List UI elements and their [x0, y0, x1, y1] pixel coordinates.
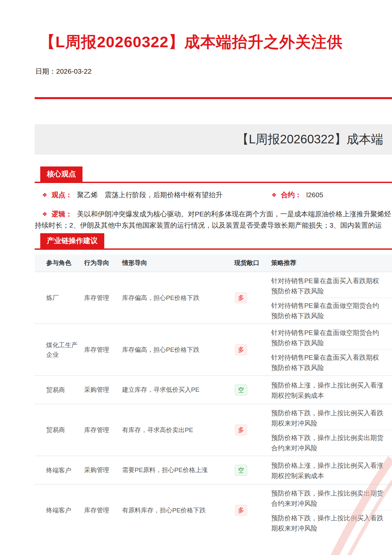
- strategy-line: 针对待销售PE量在盘面做空期货合约: [271, 301, 392, 311]
- strategy-item: 预防价格下跌，操作上按比例卖出期货合约来对冲风险: [263, 486, 392, 510]
- divider-rule: [35, 97, 392, 99]
- chain-section-header: 产业链操作建议: [35, 233, 392, 250]
- table-row: 贸易商库存管理有库存，寻求高价卖出PE多预防价格下跌，操作上按比例买入看跌期权来…: [35, 404, 392, 456]
- strategy-line: 合约来对冲风险: [271, 443, 392, 453]
- strategy-line: 预防价格上涨，操作上按比例买入看涨: [271, 380, 392, 390]
- exposure-cell: 多: [226, 344, 263, 355]
- core-section-header: 核心观点: [35, 166, 392, 183]
- exposure-cell: 多: [226, 505, 263, 516]
- situation-cell: 有原料库存，担心PE价格下跌: [122, 506, 226, 515]
- exposure-badge: 多: [235, 505, 247, 516]
- role-cell: 贸易商: [35, 425, 84, 435]
- exposure-cell: 多: [226, 292, 263, 303]
- strategy-line: 针对待销售PE量在盘面买入看跌期权: [271, 276, 392, 286]
- exposure-badge: 多: [235, 344, 247, 355]
- role-cell: 煤化工生产企业: [35, 340, 84, 359]
- operation-table: 参与角色行为导向情形导向现货敞口策略推荐 炼厂库存管理库存偏高，担心PE价格下跌…: [35, 254, 392, 536]
- logic-text-1: 美以和伊朗冲突爆发成为核心驱动。对PE的利多体现在两个方面，一是成本端原油价格上…: [77, 210, 391, 218]
- strategy-item: 预防价格下跌，操作上按比例卖出期货合约来对冲风险: [263, 430, 392, 455]
- strategy-cell: 预防价格下跌，操作上按比例买入看跌期权来对冲风险预防价格下跌，操作上按比例卖出期…: [263, 404, 392, 456]
- strategy-line: 针对待销售PE量在盘面做空期货合约: [271, 328, 392, 338]
- role-cell: 终端客户: [35, 465, 84, 475]
- strategy-line: 针对待销售PE量在盘面买入看跌期权: [271, 352, 392, 363]
- strategy-item: 预防价格上涨，操作上按比例买入看涨期权控制采购成本: [263, 458, 392, 482]
- situation-cell: 有库存，寻求高价卖出PE: [122, 426, 226, 434]
- strategy-item: 针对待销售PE量在盘面买入看跌期权预防价格下跌风险: [263, 350, 392, 374]
- situation-cell: 库存偏高，担心PE价格下跌: [122, 346, 226, 354]
- strategy-line: 期权来对冲风险: [271, 523, 392, 534]
- chain-section-badge: 产业链操作建议: [40, 233, 104, 248]
- column-header: 策略推荐: [263, 259, 392, 267]
- strategy-line: 预防价格下跌风险: [271, 311, 392, 321]
- logic-text-2: 持续时长；2、伊朗及其他中东其他国家装置的运行情况，以及装置是否受袭导致长期产能…: [35, 221, 382, 229]
- strategy-line: 预防价格上涨，操作上按比例买入看涨: [271, 461, 392, 471]
- logic-block: ❖逻辑：美以和伊朗冲突爆发成为核心驱动。对PE的利多体现在两个方面，一是成本端原…: [35, 208, 392, 231]
- behavior-cell: 采购管理: [84, 386, 122, 394]
- strategy-item: 预防价格上涨，操作上按比例买入看涨期权控制采购成本: [263, 378, 392, 402]
- behavior-cell: 库存管理: [84, 294, 122, 302]
- strategy-item: 预防价格下跌，操作上按比例买入看跌期权来对冲风险: [263, 405, 392, 430]
- table-row: 炼厂库存管理库存偏高，担心PE价格下跌多针对待销售PE量在盘面买入看跌期权预防价…: [35, 272, 392, 323]
- diamond-bullet-icon: ❖: [42, 192, 47, 198]
- logic-line-2: 持续时长；2、伊朗及其他中东其他国家装置的运行情况，以及装置是否受袭导致长期产能…: [35, 220, 392, 231]
- core-section-badge: 核心观点: [40, 166, 82, 182]
- strategy-line: 预防价格下跌风险: [271, 286, 392, 296]
- table-body: 炼厂库存管理库存偏高，担心PE价格下跌多针对待销售PE量在盘面买入看跌期权预防价…: [35, 272, 392, 536]
- column-header: 现货敞口: [226, 259, 263, 267]
- exposure-badge: 多: [235, 292, 247, 303]
- report-content: 【L周报20260322】成本端抬升之外关注供 日期：2026-03-22 【L…: [35, 0, 392, 536]
- strategy-line: 合约来对冲风险: [271, 499, 392, 509]
- strategy-cell: 预防价格下跌，操作上按比例卖出期货合约来对冲风险预防价格下跌，操作上按比例买入看…: [263, 485, 392, 536]
- exposure-badge: 空: [235, 465, 247, 476]
- exposure-badge: 多: [235, 425, 247, 435]
- strategy-line: 预防价格下跌风险: [271, 363, 392, 373]
- viewpoint-label: 观点：: [51, 191, 72, 199]
- strategy-item: 针对待销售PE量在盘面买入看跌期权预防价格下跌风险: [263, 273, 392, 298]
- strategy-line: 期权控制采购成本: [271, 390, 392, 401]
- report-date: 日期：2026-03-22: [35, 67, 392, 76]
- strategy-line: 期权控制采购成本: [271, 471, 392, 481]
- strategy-item: 针对待销售PE量在盘面做空期货合约预防价格下跌风险: [263, 325, 392, 350]
- situation-cell: 库存偏高，担心PE价格下跌: [122, 294, 226, 302]
- exposure-cell: 多: [226, 425, 263, 435]
- role-cell: 贸易商: [35, 385, 84, 395]
- strategy-line: 预防价格下跌，操作上按比例卖出期货: [271, 433, 392, 443]
- contract-value: l2605: [306, 191, 323, 199]
- role-cell: 炼厂: [35, 293, 84, 303]
- logic-line-1: ❖逻辑：美以和伊朗冲突爆发成为核心驱动。对PE的利多体现在两个方面，一是成本端原…: [35, 208, 392, 220]
- table-row: 终端客户库存管理有原料库存，担心PE价格下跌多预防价格下跌，操作上按比例卖出期货…: [35, 484, 392, 536]
- banner-title: 【L周报20260322】成本端: [35, 131, 383, 148]
- strategy-line: 预防价格下跌风险: [271, 338, 392, 348]
- situation-cell: 建立库存，寻求低价买入PE: [122, 386, 226, 394]
- diamond-bullet-icon: ❖: [272, 192, 277, 198]
- column-header: 情形导向: [122, 259, 226, 267]
- exposure-cell: 空: [226, 465, 263, 476]
- table-row: 煤化工生产企业库存管理库存偏高，担心PE价格下跌多针对待销售PE量在盘面做空期货…: [35, 323, 392, 375]
- viewpoint-row: ❖观点：聚乙烯 震荡上行阶段，后期价格中枢有望抬升 ❖合约：l2605: [35, 190, 392, 200]
- table-row: 终端客户采购管理需要PE原料，担心PE价格上涨空预防价格上涨，操作上按比例买入看…: [35, 456, 392, 484]
- page-title: 【L周报20260322】成本端抬升之外关注供: [40, 32, 392, 52]
- behavior-cell: 库存管理: [84, 426, 122, 434]
- strategy-cell: 针对待销售PE量在盘面做空期货合约预防价格下跌风险针对待销售PE量在盘面买入看跌…: [263, 324, 392, 375]
- table-header-row: 参与角色行为导向情形导向现货敞口策略推荐: [35, 254, 392, 272]
- contract-item: ❖合约：l2605: [272, 190, 323, 200]
- exposure-badge: 空: [235, 385, 247, 395]
- behavior-cell: 采购管理: [84, 466, 122, 474]
- report-page: 【L周报20260322】成本端抬升之外关注供 日期：2026-03-22 【L…: [0, 0, 392, 555]
- strategy-item: 针对待销售PE量在盘面做空期货合约预防价格下跌风险: [263, 298, 392, 322]
- date-label: 日期：: [35, 67, 56, 75]
- strategy-item: 预防价格下跌，操作上按比例买入看跌期权来对冲风险: [263, 510, 392, 535]
- contract-label: 合约：: [281, 191, 302, 199]
- role-cell: 终端客户: [35, 505, 84, 515]
- strategy-line: 期权来对冲风险: [271, 418, 392, 428]
- behavior-cell: 库存管理: [84, 346, 122, 354]
- strategy-line: 预防价格下跌，操作上按比例买入看跌: [271, 513, 392, 523]
- strategy-line: 预防价格下跌，操作上按比例卖出期货: [271, 488, 392, 499]
- column-header: 参与角色: [35, 259, 84, 267]
- situation-cell: 需要PE原料，担心PE价格上涨: [122, 466, 226, 474]
- viewpoint-text: 聚乙烯 震荡上行阶段，后期价格中枢有望抬升: [77, 191, 222, 199]
- strategy-cell: 针对待销售PE量在盘面买入看跌期权预防价格下跌风险针对待销售PE量在盘面做空期货…: [263, 272, 392, 323]
- behavior-cell: 库存管理: [84, 506, 122, 515]
- banner: 【L周报20260322】成本端: [35, 124, 392, 155]
- strategy-cell: 预防价格上涨，操作上按比例买入看涨期权控制采购成本: [263, 376, 392, 404]
